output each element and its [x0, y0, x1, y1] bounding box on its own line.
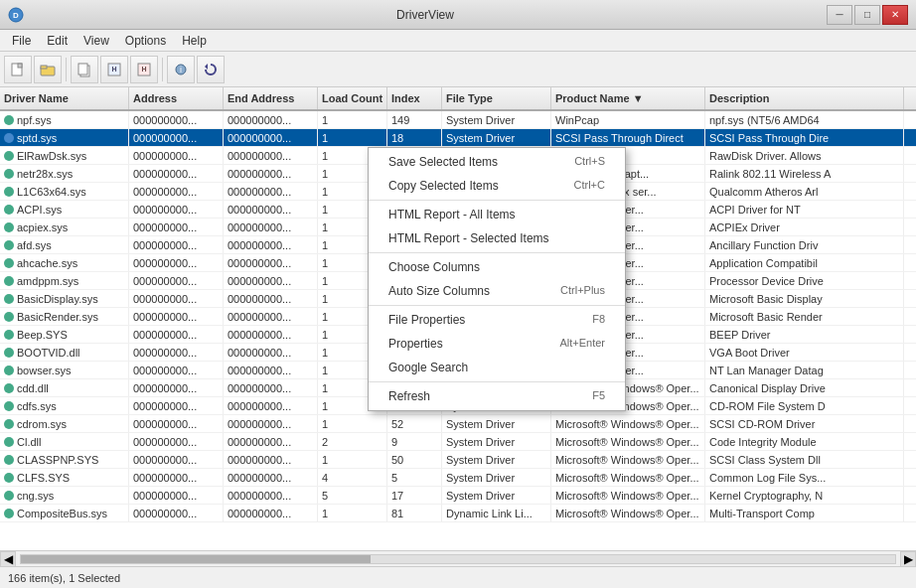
toolbar-new[interactable]	[4, 56, 32, 83]
toolbar-sep2	[162, 58, 163, 81]
cell-text: 000000000...	[228, 221, 291, 233]
cell-text: NT Lan Manager Datag	[709, 365, 824, 376]
cell-text: 2	[322, 436, 328, 448]
scroll-left-button[interactable]: ◀	[0, 551, 16, 567]
context-menu-item[interactable]: RefreshF5	[369, 384, 625, 408]
driver-icon	[4, 258, 14, 268]
cell-text: System Driver	[446, 114, 515, 126]
cell-text: 000000000...	[228, 329, 291, 341]
svg-marker-14	[205, 64, 208, 70]
cell-text: cdd.dll	[17, 382, 49, 394]
table-row[interactable]: CLFS.SYS000000000...000000000...45System…	[0, 469, 916, 487]
cell-text: Microsoft Basic Render	[709, 311, 823, 323]
context-menu-item[interactable]: File PropertiesF8	[369, 308, 625, 332]
toolbar-properties[interactable]: i	[167, 56, 195, 83]
driver-icon	[4, 187, 14, 197]
col-header-name[interactable]: Driver Name	[0, 87, 129, 109]
table-row[interactable]: CompositeBus.sys000000000...000000000...…	[0, 505, 916, 522]
cell-text: amdppm.sys	[17, 275, 78, 287]
table-row[interactable]: cng.sys000000000...000000000...517System…	[0, 487, 916, 505]
status-text: 166 item(s), 1 Selected	[8, 572, 120, 584]
cell-text: SCSI Class System Dll	[709, 454, 821, 466]
cell-text: 000000000...	[133, 168, 197, 180]
cell-text: 000000000...	[228, 472, 291, 484]
col-header-ftype[interactable]: File Type	[442, 87, 551, 109]
maximize-button[interactable]: □	[854, 5, 880, 25]
menu-help[interactable]: Help	[174, 32, 215, 50]
ctx-separator	[369, 305, 625, 306]
cell-text: 000000000...	[228, 114, 291, 126]
cell-text: Cl.dll	[17, 436, 41, 448]
hscrollbar[interactable]: ◀ ▶	[0, 550, 916, 566]
table-row[interactable]: cdrom.sys000000000...000000000...152Syst…	[0, 415, 916, 433]
cell-text: BOOTVID.dll	[17, 347, 80, 359]
context-menu-item[interactable]: HTML Report - Selected Items	[369, 226, 625, 250]
context-menu-item[interactable]: Copy Selected ItemsCtrl+C	[369, 174, 625, 198]
menu-file[interactable]: File	[4, 32, 39, 50]
context-menu-item[interactable]: Auto Size ColumnsCtrl+Plus	[369, 279, 625, 303]
toolbar-open[interactable]	[34, 56, 62, 83]
cell-text: 000000000...	[228, 382, 291, 394]
cell-text: Microsoft® Windows® Oper...	[555, 436, 699, 448]
cell-text: 1	[322, 221, 328, 233]
cell-text: 000000000...	[133, 347, 197, 359]
cell-text: 000000000...	[133, 454, 197, 466]
cell-text: VGA Boot Driver	[709, 347, 790, 359]
cell-text: CompositeBus.sys	[17, 508, 107, 519]
cell-text: System Driver	[446, 472, 515, 484]
table-row[interactable]: sptd.sys000000000...000000000...118Syste…	[0, 129, 916, 147]
context-menu-item[interactable]: PropertiesAlt+Enter	[369, 332, 625, 356]
hscroll-thumb[interactable]	[21, 555, 371, 563]
driver-icon	[4, 115, 14, 125]
hscroll-track[interactable]	[20, 554, 896, 564]
cell-text: Dynamic Link Li...	[446, 508, 533, 519]
table-row[interactable]: Cl.dll000000000...000000000...29System D…	[0, 433, 916, 451]
col-header-addr[interactable]: Address	[129, 87, 224, 109]
context-menu-item[interactable]: Save Selected ItemsCtrl+S	[369, 150, 625, 174]
context-menu-item[interactable]: Google Search	[369, 356, 625, 379]
col-header-end[interactable]: End Address	[224, 87, 318, 109]
cell-text: 000000000...	[133, 275, 197, 287]
cell-text: 000000000...	[133, 490, 197, 502]
col-header-index[interactable]: Index	[387, 87, 442, 109]
toolbar-html-all[interactable]: H	[100, 56, 128, 83]
cell-text: ACPI Driver for NT	[709, 204, 801, 216]
col-header-load[interactable]: Load Count	[318, 87, 387, 109]
cell-text: SCSI CD-ROM Driver	[709, 418, 815, 430]
cell-text: 1	[322, 186, 328, 198]
menu-edit[interactable]: Edit	[39, 32, 76, 50]
cell-text: 000000000...	[228, 257, 291, 269]
toolbar-refresh[interactable]	[197, 56, 225, 83]
cell-text: ElRawDsk.sys	[17, 150, 86, 162]
cell-text: 000000000...	[133, 293, 197, 305]
toolbar-html-sel[interactable]: H	[130, 56, 158, 83]
cell-text: 000000000...	[133, 436, 197, 448]
toolbar-copy[interactable]	[71, 56, 98, 83]
driver-icon	[4, 473, 14, 483]
app-icon: D	[8, 7, 24, 23]
col-header-product[interactable]: Product Name ▼	[551, 87, 705, 109]
cell-text: 1	[322, 347, 328, 359]
cell-text: Canonical Display Drive	[709, 382, 826, 394]
driver-icon	[4, 348, 14, 358]
table-row[interactable]: CLASSPNP.SYS000000000...000000000...150S…	[0, 451, 916, 469]
close-button[interactable]: ✕	[882, 5, 908, 25]
cell-text: 000000000...	[133, 132, 197, 144]
driver-icon	[4, 276, 14, 286]
context-menu-item[interactable]: Choose Columns	[369, 255, 625, 279]
context-menu-item[interactable]: HTML Report - All Items	[369, 203, 625, 226]
driver-icon	[4, 294, 14, 304]
svg-rect-3	[18, 64, 22, 68]
driver-icon	[4, 205, 14, 215]
cell-text: 000000000...	[133, 221, 197, 233]
cell-text: 9	[391, 436, 397, 448]
scroll-right-button[interactable]: ▶	[900, 551, 916, 567]
app-title: DriverView	[24, 8, 827, 22]
ctx-item-shortcut: F8	[592, 313, 605, 327]
menu-view[interactable]: View	[76, 32, 117, 50]
menu-options[interactable]: Options	[117, 32, 174, 50]
table-row[interactable]: npf.sys000000000...000000000...1149Syste…	[0, 111, 916, 129]
cell-text: 5	[322, 490, 328, 502]
minimize-button[interactable]: ─	[827, 5, 852, 25]
col-header-desc[interactable]: Description	[705, 87, 904, 109]
